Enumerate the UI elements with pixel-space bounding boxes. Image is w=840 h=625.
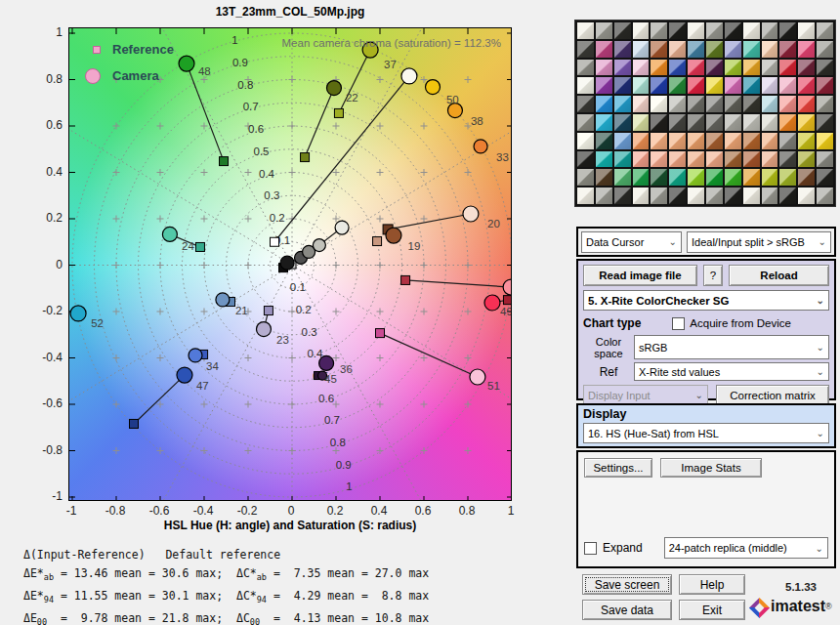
point-neutral-camera [313, 239, 325, 252]
y-tick--0.2: -0.2 [27, 304, 63, 317]
expand-checkbox[interactable] [584, 542, 597, 555]
color-patch [633, 151, 650, 168]
x-tick-0.4: 0.4 [357, 504, 400, 518]
x-tick--0.4: -0.4 [182, 504, 225, 518]
color-patch [651, 60, 667, 76]
imatest-logo-icon [749, 598, 770, 618]
color-patch [614, 96, 631, 112]
chevron-down-icon: ⌄ [695, 390, 703, 400]
input-settings-panel: Read image file ? Reload 5. X-Rite Color… [576, 259, 836, 400]
color-patch [743, 41, 760, 58]
color-patch [817, 151, 833, 168]
color-patch [779, 96, 796, 112]
data-cursor-dropdown[interactable]: Data Cursor ⌄ [581, 231, 682, 253]
read-image-file-button[interactable]: Read image file [583, 265, 697, 286]
color-patch [779, 114, 796, 131]
point-label-36: 36 [340, 363, 353, 375]
settings-button[interactable]: Settings... [584, 458, 652, 478]
color-patch [725, 60, 741, 76]
color-patch [633, 133, 650, 149]
chevron-down-icon: ⌄ [817, 366, 824, 377]
color-patch [596, 114, 612, 131]
exit-button[interactable]: Exit [679, 600, 745, 620]
color-patch [725, 96, 741, 112]
image-stats-button[interactable]: Image Stats [660, 458, 762, 478]
chevron-down-icon: ⌄ [669, 236, 677, 247]
display-mode-value: 16. HS (Hue-Sat) from HSL [588, 428, 719, 439]
reference-values-dropdown[interactable]: X-Rite std values ⌄ [634, 362, 829, 381]
replica-dropdown[interactable]: 24-patch replica (middle) ⌄ [664, 537, 828, 559]
reload-button[interactable]: Reload [729, 265, 829, 286]
point-51-reference [376, 329, 385, 338]
color-patch [743, 151, 760, 168]
figure-toolbar: Data Cursor ⌄ Ideal/Input split > sRGB ⌄ [576, 227, 836, 257]
point-label-20: 20 [487, 218, 500, 229]
help-question-button[interactable]: ? [703, 265, 723, 286]
color-patch [614, 60, 631, 76]
color-patch [706, 114, 723, 131]
help-button[interactable]: Help [679, 574, 745, 595]
x-tick-1: 1 [489, 504, 532, 518]
color-patch [669, 41, 686, 58]
y-tick-0: 0 [27, 258, 63, 271]
svg-text:0.8: 0.8 [330, 437, 346, 448]
color-patch [725, 114, 741, 131]
color-patch [633, 22, 650, 39]
thumbnail-row-3 [577, 77, 833, 94]
x-tick-0.8: 0.8 [445, 504, 488, 518]
save-screen-button[interactable]: Save screen [582, 574, 672, 595]
point-23-reference [264, 307, 273, 315]
color-patch [669, 114, 686, 131]
svg-text:1: 1 [346, 480, 352, 492]
y-tick--0.4: -0.4 [27, 351, 63, 364]
reference-marker-icon [93, 46, 101, 54]
correction-matrix-button[interactable]: Correction matrix [716, 385, 829, 405]
reference-values-value: X-Rite std values [639, 366, 720, 378]
point-35-camera [503, 279, 512, 295]
display-mode-dropdown[interactable]: 16. HS (Hue-Sat) from HSL ⌄ [583, 423, 829, 443]
acquire-from-device-checkbox[interactable] [672, 317, 685, 330]
color-patch [817, 133, 833, 149]
point-23-camera [256, 322, 271, 337]
svg-text:0.8: 0.8 [237, 79, 253, 91]
x-tick-0.2: 0.2 [314, 504, 357, 518]
chart-type-label: Chart type [583, 316, 641, 330]
color-patch [798, 169, 815, 186]
color-patch [651, 77, 667, 94]
replica-value: 24-patch replica (middle) [669, 542, 787, 554]
chart-type-dropdown[interactable]: 5. X-Rite ColorChecker SG ⌄ [583, 290, 829, 311]
x-tick--0.8: -0.8 [94, 504, 137, 518]
color-patch [762, 22, 778, 39]
color-patch [688, 60, 704, 76]
color-patch [614, 151, 631, 168]
point-22-reference [301, 153, 310, 162]
color-patch [725, 151, 741, 168]
color-patch [779, 41, 796, 58]
color-patch [798, 188, 815, 204]
point-35-reference [401, 275, 410, 284]
color-patch [798, 96, 815, 112]
thumbnail-row-1 [577, 41, 833, 58]
point-label-22: 22 [346, 92, 358, 104]
thumbnail-row-9 [577, 188, 833, 204]
color-patch [633, 188, 650, 204]
point-20-camera [463, 206, 479, 222]
view-mode-dropdown[interactable]: Ideal/Input split > sRGB ⌄ [687, 231, 831, 253]
color-patch [596, 133, 612, 149]
color-patch [596, 77, 612, 94]
delta-e-statistics: Δ(Input-Reference) Default referenceΔE*a… [23, 546, 429, 625]
color-patch [762, 133, 778, 149]
color-patch [633, 77, 650, 94]
color-patch [614, 188, 631, 204]
color-patch [817, 41, 833, 58]
color-space-dropdown[interactable]: sRGB ⌄ [634, 335, 829, 359]
legend-reference-label: Reference [112, 42, 174, 57]
camera-marker-icon [85, 68, 101, 84]
point-37-reference [334, 108, 343, 117]
color-patch [688, 77, 704, 94]
point-label-52: 52 [91, 317, 104, 329]
point-label-37: 37 [384, 59, 397, 70]
save-data-button[interactable]: Save data [582, 600, 672, 620]
data-cursor-value: Data Cursor [586, 236, 644, 248]
color-patch [706, 96, 723, 112]
